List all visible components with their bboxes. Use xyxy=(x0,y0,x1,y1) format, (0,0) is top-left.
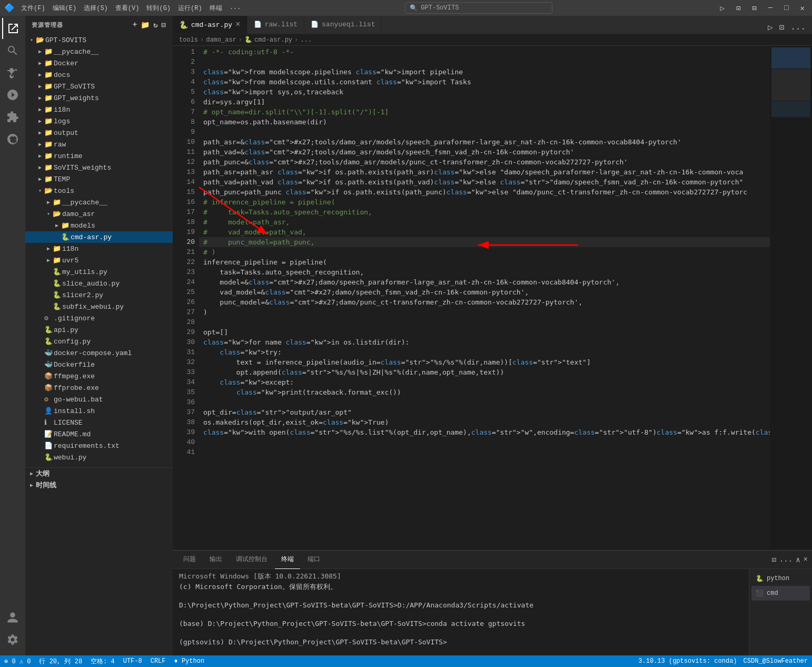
layout-button[interactable]: ⊟ xyxy=(749,3,759,14)
tree-item-gitignore[interactable]: ⚙ .gitignore xyxy=(25,312,173,324)
status-errors[interactable]: ⊕ 0 ⚠ 0 xyxy=(4,658,31,665)
tree-item-raw[interactable]: ▶ 📁 raw xyxy=(25,139,173,150)
tree-item-i18n2[interactable]: ▶ 📁 i18n xyxy=(25,243,173,254)
code-line-33[interactable]: opt.append(class="str">"%s/%s|%s|ZH|%s"%… xyxy=(199,367,770,377)
code-line-21[interactable]: # ) xyxy=(199,247,770,257)
tab-sanyueqi-list[interactable]: 📄 sanyueqi.list xyxy=(304,16,382,34)
tree-item-i18n[interactable]: ▶ 📁 i18n xyxy=(25,104,173,115)
code-line-34[interactable]: class="kw">except: xyxy=(199,377,770,387)
code-line-28[interactable] xyxy=(199,317,770,327)
code-line-1[interactable]: # -*- coding:utf-8 -*- xyxy=(199,47,770,57)
panel-tab-debug[interactable]: 调试控制台 xyxy=(230,551,274,569)
code-line-37[interactable]: opt_dir=class="str">"output/asr_opt" xyxy=(199,407,770,417)
global-search[interactable]: 🔍 GPT-SoVITS xyxy=(405,2,552,14)
tree-item-models[interactable]: ▶ 📁 models xyxy=(25,220,173,231)
code-line-15[interactable]: path_punc=path_punc class="kw">if os.pat… xyxy=(199,187,770,197)
panel-split-icon[interactable]: ⊡ xyxy=(772,555,776,564)
outline-section[interactable]: ▶ 大纲 xyxy=(25,468,173,479)
tree-item-runtime[interactable]: ▶ 📁 runtime xyxy=(25,150,173,162)
run-icon[interactable]: ▷ xyxy=(766,21,775,34)
code-line-25[interactable]: vad_model=&class="cmt">#x27;damo/speech_… xyxy=(199,287,770,297)
extensions-icon[interactable] xyxy=(2,106,23,127)
tree-item-pycache1[interactable]: ▶ 📁 __pycache__ xyxy=(25,46,173,57)
timeline-section[interactable]: ▶ 时间线 xyxy=(25,479,173,491)
panel-tab-ports[interactable]: 端口 xyxy=(301,551,326,569)
code-line-5[interactable]: class="kw">import sys,os,traceback xyxy=(199,87,770,97)
tree-item-sovits-weights[interactable]: ▶ 📁 SoVITS_weights xyxy=(25,162,173,173)
panel-expand-icon[interactable]: ∧ xyxy=(796,555,800,564)
menu-goto[interactable]: 转到(G) xyxy=(146,4,171,13)
tree-item-pycache2[interactable]: ▶ 📁 __pycache__ xyxy=(25,197,173,208)
minimize-button[interactable]: ─ xyxy=(765,3,776,13)
explorer-icon[interactable] xyxy=(2,18,23,39)
run-debug-icon[interactable] xyxy=(2,84,23,105)
refresh-icon[interactable]: ↻ xyxy=(153,21,158,30)
tree-item-install-sh[interactable]: 👤 install.sh xyxy=(25,405,173,417)
tree-item-gpt-weights[interactable]: ▶ 📁 GPT_weights xyxy=(25,92,173,104)
menu-terminal[interactable]: 终端 xyxy=(210,4,222,13)
code-line-13[interactable]: path_asr=path_asr class="kw">if os.path.… xyxy=(199,167,770,177)
panel-tab-problems[interactable]: 问题 xyxy=(177,551,202,569)
code-line-18[interactable]: # model=path_asr, xyxy=(199,217,770,227)
tree-item-config-py[interactable]: 🐍 config.py xyxy=(25,336,173,347)
breadcrumb-tools[interactable]: tools xyxy=(179,36,198,44)
tree-item-webui[interactable]: 🐍 webui.py xyxy=(25,452,173,463)
code-line-7[interactable]: # opt_name=dir.split("\\")[-1].split("/"… xyxy=(199,107,770,117)
tree-item-subfix-webui[interactable]: 🐍 subfix_webui.py xyxy=(25,301,173,312)
settings-icon[interactable] xyxy=(2,629,23,650)
tree-item-ffmpeg[interactable]: 📦 ffmpeg.exe xyxy=(25,370,173,382)
split-right-icon[interactable]: ⊡ xyxy=(777,21,787,34)
code-line-36[interactable] xyxy=(199,397,770,407)
code-editor[interactable]: # -*- coding:utf-8 -*- class="kw">from m… xyxy=(199,46,770,550)
new-folder-icon[interactable]: 📁 xyxy=(141,21,150,30)
tree-item-temp[interactable]: ▶ 📁 TEMP xyxy=(25,173,173,185)
tree-item-my-utils[interactable]: 🐍 my_utils.py xyxy=(25,266,173,278)
panel-more-icon[interactable]: ... xyxy=(779,555,793,564)
code-line-8[interactable]: opt_name=os.path.basename(dir) xyxy=(199,117,770,127)
tree-item-dockerfile[interactable]: 🐳 Dockerfile xyxy=(25,359,173,370)
panel-tab-output[interactable]: 输出 xyxy=(203,551,229,569)
code-line-22[interactable]: inference_pipeline = pipeline( xyxy=(199,257,770,267)
maximize-button[interactable]: □ xyxy=(781,3,791,13)
account-icon[interactable] xyxy=(2,607,23,628)
tree-item-go-webui[interactable]: ⚙ go-webui.bat xyxy=(25,394,173,405)
code-line-19[interactable]: # vad_model=path_vad, xyxy=(199,227,770,237)
menu-run[interactable]: 运行(R) xyxy=(178,4,202,13)
menu-select[interactable]: 选择(S) xyxy=(84,4,108,13)
terminal-content[interactable]: Microsoft Windows [版本 10.0.22621.3085](c… xyxy=(173,569,749,655)
breadcrumb-more[interactable]: ... xyxy=(300,36,312,44)
source-control-icon[interactable] xyxy=(2,62,23,83)
code-line-30[interactable]: class="kw">for name class="kw">in os.lis… xyxy=(199,337,770,347)
code-line-27[interactable]: ) xyxy=(199,307,770,317)
code-line-16[interactable]: # inference_pipeline = pipeline( xyxy=(199,197,770,207)
tree-item-logs[interactable]: ▶ 📁 logs xyxy=(25,115,173,127)
tree-item-docker[interactable]: ▶ 📁 Docker xyxy=(25,57,173,69)
code-line-3[interactable]: class="kw">from modelscope.pipelines cla… xyxy=(199,67,770,77)
status-encoding[interactable]: UTF-8 xyxy=(123,658,142,665)
tree-item-tools[interactable]: ▾ 📂 tools xyxy=(25,185,173,197)
tree-item-slicer2[interactable]: 🐍 slicer2.py xyxy=(25,289,173,301)
code-line-20[interactable]: # punc_model=path_punc, xyxy=(199,237,770,247)
code-line-32[interactable]: text = inference_pipeline(audio_in=class… xyxy=(199,357,770,367)
close-button[interactable]: ✕ xyxy=(797,3,808,14)
remote-icon[interactable] xyxy=(2,129,23,150)
panel-tab-terminal[interactable]: 终端 xyxy=(275,551,300,569)
tab-cmd-asr[interactable]: 🐍 cmd-asr.py × xyxy=(173,16,247,34)
tree-item-cmd-asr[interactable]: 🐍 cmd-asr.py xyxy=(25,231,173,243)
status-python-version[interactable]: 3.10.13 (gptsovits: conda) xyxy=(638,658,737,665)
tree-item-requirements[interactable]: 📄 requirements.txt xyxy=(25,440,173,452)
menu-file[interactable]: 文件(F) xyxy=(21,4,45,13)
tree-item-ffprobe[interactable]: 📦 ffprobe.exe xyxy=(25,382,173,394)
breadcrumb-cmd-asr[interactable]: cmd-asr.py xyxy=(254,36,292,44)
terminal-session-python[interactable]: 🐍 python xyxy=(751,571,810,586)
code-line-14[interactable]: path_vad=path_vad class="kw">if os.path.… xyxy=(199,177,770,187)
code-line-41[interactable] xyxy=(199,447,770,457)
tab-raw-list[interactable]: 📄 raw.list xyxy=(247,16,304,34)
code-line-31[interactable]: class="kw">try: xyxy=(199,347,770,357)
tree-root-gpt-sovits[interactable]: ▾ 📂 GPT-SOVITS xyxy=(25,34,173,46)
tab-close-icon[interactable]: × xyxy=(235,21,241,29)
code-line-6[interactable]: dir=sys.argv[1] xyxy=(199,97,770,107)
menu-more[interactable]: ... xyxy=(230,4,241,13)
new-file-icon[interactable]: + xyxy=(133,21,137,30)
search-icon[interactable] xyxy=(2,40,23,61)
